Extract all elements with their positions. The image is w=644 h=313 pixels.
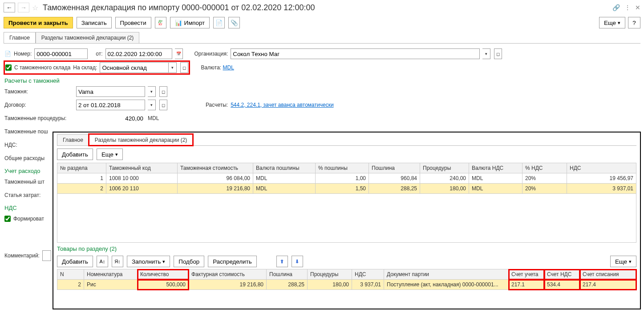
menu-dots-icon[interactable]: ⋮ [624, 4, 631, 11]
sort-az-icon: A↕ [99, 259, 105, 264]
table-row[interactable]: 2 Рис 500,000 19 216,80 288,25 180,00 3 … [57, 280, 636, 290]
close-icon[interactable]: ✕ [635, 4, 640, 11]
nav-back[interactable]: ← [4, 3, 15, 12]
goods-th-vat[interactable]: НДС [352, 269, 384, 280]
comment-input[interactable] [42, 250, 51, 261]
overlay-add-button[interactable]: Добавить [57, 148, 93, 160]
tab-main[interactable]: Главное [4, 32, 36, 43]
procedures-currency: MDL [148, 115, 159, 121]
sections-th-proc[interactable]: Процедуры [420, 163, 469, 173]
import-button[interactable]: 📊Импорт [170, 17, 210, 28]
sort-za-button[interactable]: Я↕ [112, 256, 123, 267]
calendar-button[interactable]: 📅 [175, 48, 183, 59]
goods-section-header: Товары по разделу (2) [57, 245, 636, 252]
sections-th-dutypct[interactable]: % пошлины [316, 163, 369, 173]
sort-az-button[interactable]: A↕ [97, 256, 108, 267]
arrow-right-icon: → [20, 4, 27, 11]
fine-label: Таможенный шт [4, 179, 45, 185]
warehouse-dropdown[interactable]: ▾ [169, 62, 177, 73]
help-button[interactable]: ? [628, 17, 640, 28]
chevron-down-icon: ▾ [162, 259, 165, 265]
date-label: от: [96, 51, 102, 57]
overlay-tab-main[interactable]: Главное [57, 134, 89, 145]
overlay-window: Главное Разделы таможенной декларации (2… [53, 132, 641, 309]
sections-th-duty[interactable]: Пошлина [369, 163, 420, 173]
form-vat-label: Формироват [13, 216, 44, 222]
sections-th-vat[interactable]: НДС [567, 163, 636, 173]
customs-section-header: Расчеты с таможней [4, 77, 640, 84]
goods-more-button[interactable]: Еще ▾ [610, 256, 636, 267]
goods-th-acc[interactable]: Счет учета [509, 269, 544, 280]
org-open[interactable]: ◻ [494, 48, 502, 59]
table-row[interactable]: 1 1008 10 000 96 084,00 MDL 1,00 960,84 … [57, 173, 636, 184]
goods-th-duty[interactable]: Пошлина [267, 269, 308, 280]
org-dropdown[interactable]: ▾ [482, 48, 490, 59]
overlay-more-button[interactable]: Еще ▾ [97, 148, 123, 160]
form-vat-checkbox[interactable] [4, 216, 11, 222]
write-button[interactable]: Записать [77, 17, 112, 28]
date-input[interactable] [105, 48, 172, 59]
calendar-icon: 📅 [176, 52, 181, 56]
comment-label: Комментарий: [4, 253, 40, 259]
contract-dropdown[interactable]: ▾ [148, 100, 156, 110]
favorite-star-icon[interactable]: ☆ [32, 4, 38, 12]
distribute-button[interactable]: Распределить [208, 256, 256, 267]
vat-label: НДС: [4, 142, 17, 148]
cost-item-label: Статья затрат: [4, 192, 41, 198]
settlements-link[interactable]: 544.2, 224.1, зачет аванса автоматически [231, 102, 333, 108]
table-empty-area [57, 194, 636, 243]
warehouse-open[interactable]: ◻ [180, 62, 188, 73]
warehouse-input[interactable] [100, 62, 169, 73]
goods-th-proc[interactable]: Процедуры [308, 269, 352, 280]
dt-kt-button[interactable]: ДтКт [155, 17, 166, 28]
goods-th-qty[interactable]: Количество [138, 269, 189, 280]
to-warehouse-label: На склад: [73, 64, 97, 71]
select-button[interactable]: Подбор [174, 256, 204, 267]
import-icon: 📊 [175, 20, 182, 26]
fill-button[interactable]: Заполнить ▾ [127, 256, 170, 267]
sections-table[interactable]: № раздела Таможенный код Таможенная стои… [57, 163, 636, 194]
move-up-button[interactable]: ⬆ [276, 256, 288, 267]
tab-sections[interactable]: Разделы таможенной декларации (2) [36, 32, 139, 43]
goods-th-cost[interactable]: Фактурная стоимость [189, 269, 267, 280]
move-down-button[interactable]: ⬇ [292, 256, 303, 267]
goods-th-doc[interactable]: Документ партии [384, 269, 509, 280]
customs-label: Таможня: [4, 88, 73, 95]
contract-input[interactable] [76, 100, 145, 110]
arrow-down-icon: ⬇ [295, 259, 299, 265]
sections-th-dutycur[interactable]: Валюта пошлины [253, 163, 316, 173]
number-input[interactable] [34, 48, 88, 59]
sections-th-n[interactable]: № раздела [57, 163, 106, 173]
number-label: Номер: [14, 51, 32, 57]
currency-label-link[interactable]: Валюта: MDL [201, 64, 234, 71]
customs-open[interactable]: ◻ [159, 86, 167, 97]
goods-th-vatacc[interactable]: Счет НДС [544, 269, 580, 280]
goods-th-name[interactable]: Номенклатура [84, 269, 138, 280]
sections-th-vatpct[interactable]: % НДС [522, 163, 567, 173]
sections-th-code[interactable]: Таможенный код [106, 163, 178, 173]
link-icon[interactable]: 🔗 [612, 4, 620, 11]
contract-label: Договор: [4, 102, 73, 108]
more-button[interactable]: Еще ▾ [599, 17, 625, 28]
attach-button[interactable]: 📎 [228, 17, 240, 28]
customs-input[interactable] [76, 86, 145, 97]
arrow-up-icon: ⬆ [280, 259, 284, 265]
org-input[interactable] [231, 48, 480, 59]
goods-th-writeoff[interactable]: Счет списания [580, 269, 636, 280]
nav-forward[interactable]: → [18, 3, 29, 12]
goods-add-button[interactable]: Добавить [57, 256, 93, 267]
sections-th-vatcur[interactable]: Валюта НДС [469, 163, 522, 173]
sections-th-cost[interactable]: Таможенная стоимость [178, 163, 253, 173]
post-and-close-button[interactable]: Провести и закрыть [4, 17, 73, 28]
goods-table[interactable]: N Номенклатура Количество Фактурная стои… [57, 269, 636, 290]
table-row[interactable]: 2 1006 20 110 19 216,80 MDL 1,50 288,25 … [57, 184, 636, 194]
bonded-checkbox[interactable] [5, 64, 12, 71]
doc-icon-button[interactable]: 📄 [213, 17, 225, 28]
customs-dropdown[interactable]: ▾ [148, 86, 156, 97]
new-doc-icon[interactable]: 📄 [4, 51, 11, 57]
arrow-left-icon: ← [6, 4, 12, 11]
contract-open[interactable]: ◻ [159, 100, 167, 110]
post-button[interactable]: Провести [115, 17, 151, 28]
goods-th-n[interactable]: N [57, 269, 84, 280]
overlay-tab-sections[interactable]: Разделы таможенной декларации (2) [89, 134, 193, 145]
